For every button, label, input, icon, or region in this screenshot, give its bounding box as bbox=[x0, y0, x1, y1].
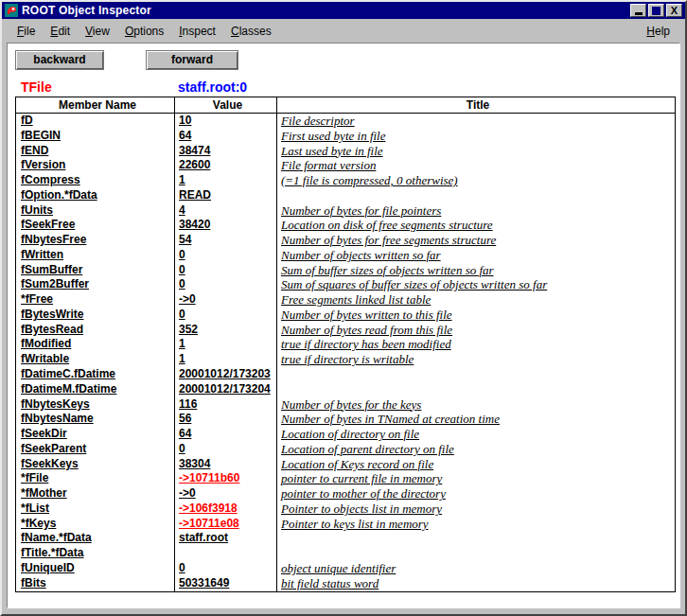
column-header-title: Title bbox=[277, 97, 675, 113]
member-row: *fMother->0pointer to mother of the dire… bbox=[16, 486, 675, 502]
member-title-cell: bit field status word bbox=[277, 576, 675, 591]
member-value-cell: 20001012/173204 bbox=[175, 382, 277, 397]
member-title-cell: pointer to mother of the directory bbox=[277, 486, 675, 502]
menu-item-inspect[interactable]: Inspect bbox=[171, 22, 223, 41]
close-button[interactable]: X bbox=[666, 4, 682, 17]
member-value-cell: 0 bbox=[175, 248, 277, 263]
table-title-row: TFile staff.root:0 bbox=[15, 79, 676, 97]
member-name-cell: fEND bbox=[16, 144, 175, 159]
member-value-cell: ->0 bbox=[175, 486, 277, 502]
member-name-cell: fSumBuffer bbox=[16, 263, 175, 278]
member-value-cell: 56 bbox=[175, 412, 277, 427]
member-row: fWritable1true if directory is writable bbox=[16, 352, 675, 367]
member-title-cell: pointer to current file in memory bbox=[277, 471, 675, 486]
maximize-button[interactable] bbox=[648, 4, 664, 17]
member-value-cell: 38474 bbox=[175, 144, 277, 159]
minimize-button[interactable] bbox=[630, 4, 646, 17]
member-value-cell: READ bbox=[175, 188, 277, 203]
member-title-cell: true if directory is writable bbox=[277, 352, 675, 367]
member-value-link[interactable]: ->10711b60 bbox=[175, 471, 277, 486]
menu-item-options[interactable]: Options bbox=[117, 22, 171, 41]
member-name-cell: fOption.*fData bbox=[16, 188, 175, 203]
member-name-cell: fModified bbox=[16, 337, 175, 352]
member-value-cell: 10 bbox=[175, 114, 277, 129]
member-value-link[interactable]: ->106f3918 bbox=[175, 502, 277, 517]
maximize-icon bbox=[652, 7, 661, 15]
member-row: fWritten0Number of objects written so fa… bbox=[16, 248, 675, 263]
member-row: fBytesWrite0Number of bytes written to t… bbox=[16, 308, 675, 323]
member-row: fCompress1(=1 file is compressed, 0 othe… bbox=[16, 173, 675, 188]
menu-item-file[interactable]: File bbox=[9, 22, 43, 41]
member-name-cell: fD bbox=[16, 114, 175, 129]
member-name-cell: *fMother bbox=[16, 486, 175, 502]
member-value-cell: 1 bbox=[175, 352, 277, 367]
member-name-cell: fNbytesKeys bbox=[16, 397, 175, 413]
member-value-cell: staff.root bbox=[175, 531, 277, 546]
member-title-cell: object unique identifier bbox=[277, 561, 675, 576]
member-name-cell: *fFree bbox=[16, 292, 175, 308]
member-value-link[interactable]: ->10711e08 bbox=[175, 517, 277, 532]
menu-bar: FileEditViewOptionsInspectClasses Help bbox=[2, 19, 685, 43]
member-value-cell: 64 bbox=[175, 427, 277, 442]
title-bar: ROOT Object Inspector X bbox=[2, 2, 685, 19]
member-row: fEND38474Last used byte in file bbox=[16, 144, 675, 159]
member-title-cell: Sum of squares of buffer sizes of object… bbox=[277, 277, 675, 292]
table-grid: Member NameValueTitle fD10File descripto… bbox=[15, 97, 676, 592]
member-name-cell: fBytesRead bbox=[16, 323, 175, 338]
member-name-cell: fUniqueID bbox=[16, 561, 175, 576]
member-row: fName.*fDatastaff.root bbox=[16, 531, 675, 546]
member-title-cell: Location of directory on file bbox=[277, 427, 675, 442]
member-row: fNbytesFree54Number of bytes for free se… bbox=[16, 233, 675, 248]
member-row: *fFree->0Free segments linked list table bbox=[16, 292, 675, 308]
member-name-cell: fSum2Buffer bbox=[16, 277, 175, 292]
inspector-canvas: backward forward TFile staff.root:0 Memb… bbox=[7, 43, 680, 608]
member-name-cell: fNbytesName bbox=[16, 412, 175, 427]
member-value-cell: 54 bbox=[175, 233, 277, 248]
member-title-cell: Number of objects written so far bbox=[277, 248, 675, 263]
member-title-cell: (=1 file is compressed, 0 otherwise) bbox=[277, 173, 675, 188]
member-value-cell: 0 bbox=[175, 442, 277, 457]
member-name-cell: fWritten bbox=[16, 248, 175, 263]
member-value-cell: 0 bbox=[175, 277, 277, 292]
member-name-cell: fVersion bbox=[16, 158, 175, 173]
member-title-cell bbox=[277, 188, 675, 203]
menu-item-help[interactable]: Help bbox=[639, 22, 678, 41]
menu-item-classes[interactable]: Classes bbox=[223, 22, 279, 41]
member-title-cell: Number of bytes read from this file bbox=[277, 323, 675, 338]
member-value-cell: 352 bbox=[175, 323, 277, 338]
menu-item-edit[interactable]: Edit bbox=[43, 22, 78, 41]
member-title-cell: true if directory has been modified bbox=[277, 337, 675, 352]
member-row: *fFile->10711b60pointer to current file … bbox=[16, 471, 675, 486]
inspector-table: TFile staff.root:0 Member NameValueTitle… bbox=[15, 79, 676, 592]
member-row: *fList->106f3918Pointer to objects list … bbox=[16, 502, 675, 517]
member-name-cell: fWritable bbox=[16, 352, 175, 367]
member-title-cell bbox=[277, 382, 675, 397]
member-name-cell: *fList bbox=[16, 502, 175, 517]
member-title-cell: Pointer to keys list in memory bbox=[277, 517, 675, 532]
member-title-cell bbox=[277, 367, 675, 382]
root-logo-icon bbox=[5, 4, 18, 17]
column-header-member-name: Member Name bbox=[16, 97, 175, 113]
member-value-cell: 0 bbox=[175, 561, 277, 576]
member-value-cell: 38304 bbox=[175, 457, 277, 472]
backward-button[interactable]: backward bbox=[15, 50, 104, 70]
member-row: fBits50331649bit field status word bbox=[16, 576, 675, 591]
member-row: fSeekParent0Location of parent directory… bbox=[16, 442, 675, 457]
object-name-label: staff.root:0 bbox=[178, 79, 247, 95]
menu-item-view[interactable]: View bbox=[78, 22, 117, 41]
member-row: fUnits4Number of bytes for file pointers bbox=[16, 203, 675, 219]
member-value-cell: 20001012/173203 bbox=[175, 367, 277, 382]
member-title-cell: Last used byte in file bbox=[277, 144, 675, 159]
forward-button[interactable]: forward bbox=[146, 50, 238, 70]
member-value-cell bbox=[175, 546, 277, 561]
member-row: fNbytesName56Number of bytes in TNamed a… bbox=[16, 412, 675, 427]
member-name-cell: fBits bbox=[16, 576, 175, 591]
member-name-cell: fDatimeM.fDatime bbox=[16, 382, 175, 397]
member-name-cell: fTitle.*fData bbox=[16, 546, 175, 561]
member-name-cell: *fKeys bbox=[16, 517, 175, 532]
member-row: fSum2Buffer0Sum of squares of buffer siz… bbox=[16, 277, 675, 292]
member-row: fSumBuffer0Sum of buffer sizes of object… bbox=[16, 263, 675, 278]
menu-right: Help bbox=[639, 22, 678, 41]
member-title-cell: Number of bytes written to this file bbox=[277, 308, 675, 323]
member-value-cell: 0 bbox=[175, 308, 277, 323]
